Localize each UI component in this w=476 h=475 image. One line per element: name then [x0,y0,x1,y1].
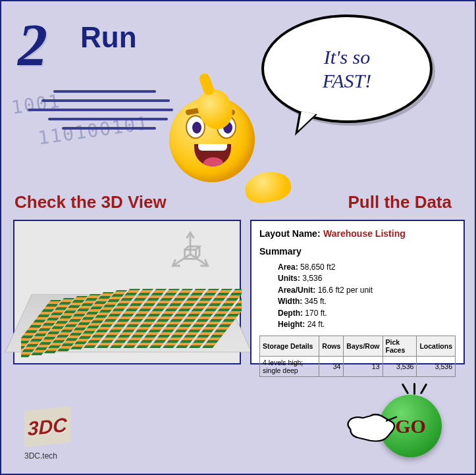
section-title-3dview: Check the 3D View [14,192,167,213]
layout-name-value: Warehouse Listing [323,228,406,239]
logo-subtext: 3DC.tech [24,451,70,461]
step-number: 2 [18,11,47,79]
panel-3d-view [13,220,241,364]
summary-heading: Summary [259,246,456,257]
storage-th-details: Storage Details [260,336,319,357]
speech-line-1: It's so [324,46,371,68]
layout-name-label: Layout Name: [259,228,321,239]
speech-bubble: It's so FAST! [261,14,433,123]
logo-text: 3DC [28,413,67,439]
storage-row: 4 levels high; single deep 34 13 3,536 3… [260,357,456,377]
panel-data: Layout Name: Warehouse Listing Summary A… [250,220,465,364]
warehouse-racks [21,284,242,362]
section-title-data: Pull the Data [348,192,452,213]
storage-th-rows: Rows [319,336,344,357]
cursor-hand-icon [343,401,402,447]
logo: 3DC 3DC.tech [24,409,70,461]
storage-th-bays: Bays/Row [344,336,383,357]
axis-3d-icon [167,229,213,275]
step-title: Run [80,21,137,54]
storage-th-locations: Locations [417,336,456,357]
emoji-open-hand-icon [243,168,294,205]
storage-th-pickfaces: Pick Faces [383,336,417,357]
summary-list: Area: 58,650 ft2 Units: 3,536 Area/Unit:… [278,262,456,330]
storage-table: Storage Details Rows Bays/Row Pick Faces… [259,336,456,377]
speech-line-2: FAST! [323,70,371,91]
